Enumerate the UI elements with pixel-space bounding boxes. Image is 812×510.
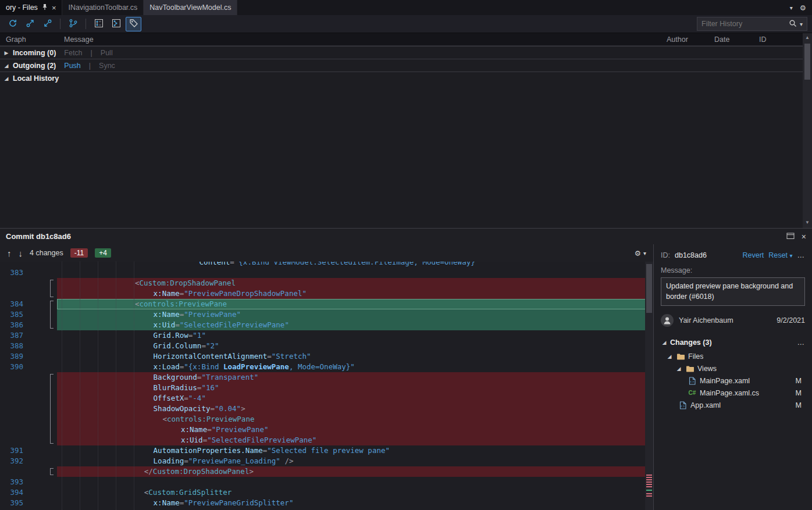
diff-line-content: x:Uid="SelectedFilePreviewPane" bbox=[57, 435, 653, 445]
column-header-message[interactable]: Message bbox=[64, 35, 667, 44]
collapsed-icon[interactable]: ▶ bbox=[3, 50, 10, 56]
diff-line[interactable]: Background="Transparent" bbox=[0, 372, 653, 383]
expanded-icon[interactable]: ◢ bbox=[661, 340, 668, 345]
diff-line[interactable]: 386x:Uid="SelectedFilePreviewPane" bbox=[0, 320, 653, 330]
diff-line[interactable]: </Custom:DropShadowPanel> bbox=[0, 466, 653, 477]
go-to-last-commit-button[interactable] bbox=[40, 17, 55, 31]
previous-change-icon[interactable]: ↑ bbox=[7, 248, 12, 258]
diff-line-content: <controls:PreviewPane bbox=[57, 299, 653, 309]
expanded-icon[interactable]: ◢ bbox=[675, 366, 682, 372]
diff-line[interactable]: OffsetX="-4" bbox=[0, 393, 653, 404]
history-scrollbar[interactable]: ▲ ▼ bbox=[803, 33, 812, 228]
overview-mark bbox=[646, 475, 652, 476]
branch-button[interactable] bbox=[65, 17, 81, 31]
diff-line[interactable]: x:Uid="SelectedFilePreviewPane" bbox=[0, 435, 653, 445]
diff-line[interactable]: 394<Custom:GridSplitter bbox=[0, 487, 653, 498]
search-icon[interactable] bbox=[789, 19, 797, 29]
column-header-author[interactable]: Author bbox=[667, 35, 714, 44]
scrollbar-thumb[interactable] bbox=[804, 44, 810, 80]
diff-settings-gear-icon[interactable]: ⚙ bbox=[635, 249, 641, 258]
change-bracket bbox=[50, 301, 54, 309]
section-action-fetch[interactable]: Fetch bbox=[64, 49, 82, 57]
diff-line-content: x:Load="{x:Bind LoadPreviewPane, Mode=On… bbox=[57, 362, 653, 372]
history-section-row[interactable]: ◢Outgoing (2)Push|Sync bbox=[0, 59, 803, 72]
diff-gutter-number: 384 bbox=[0, 299, 33, 309]
diff-editor[interactable]: Content="{x:Bind ViewModel.SelectedItem.… bbox=[0, 262, 653, 510]
diff-line[interactable]: <Custom:DropShadowPanel bbox=[0, 278, 653, 288]
commit-message-box[interactable]: Updated preview pane background and bord… bbox=[661, 277, 805, 306]
show-tags-toggle[interactable] bbox=[126, 17, 141, 31]
column-header-date[interactable]: Date bbox=[714, 35, 759, 44]
section-action-pull[interactable]: Pull bbox=[101, 49, 113, 57]
diff-line[interactable]: 390x:Load="{x:Bind LoadPreviewPane, Mode… bbox=[0, 362, 653, 372]
diff-line[interactable]: 391AutomationProperties.Name="Selected f… bbox=[0, 445, 653, 456]
diff-line[interactable]: 392Loading="PreviewPane_Loading" /> bbox=[0, 456, 653, 466]
diff-line[interactable]: 395x:Name="PreviewPaneGridSplitter" bbox=[0, 498, 653, 508]
pin-icon[interactable] bbox=[42, 3, 48, 12]
change-bracket bbox=[50, 404, 54, 414]
tab-list-caret-icon[interactable]: ▾ bbox=[790, 5, 793, 11]
file-name: App.xaml bbox=[690, 401, 721, 409]
tree-item-views[interactable]: ◢Views bbox=[661, 362, 805, 375]
next-change-icon[interactable]: ↓ bbox=[19, 248, 23, 258]
change-bracket bbox=[50, 425, 54, 435]
tree-item-app-xaml[interactable]: App.xamlM bbox=[661, 399, 805, 411]
tab-inavigationtoolbar[interactable]: INavigationToolbar.cs bbox=[62, 0, 144, 15]
tab-navtoolbarviewmodel[interactable]: NavToolbarViewModel.cs bbox=[144, 0, 237, 15]
section-action-push[interactable]: Push bbox=[64, 62, 81, 70]
diff-line[interactable]: 388Grid.Column="2" bbox=[0, 341, 653, 351]
close-panel-icon[interactable]: × bbox=[802, 232, 806, 241]
diff-line-content: Content="{x:Bind ViewModel.SelectedItem.… bbox=[57, 262, 653, 268]
diff-line[interactable]: <controls:PreviewPane bbox=[0, 414, 653, 425]
diff-line[interactable]: ShadowOpacity="0.04"> bbox=[0, 404, 653, 414]
section-action-sync[interactable]: Sync bbox=[99, 62, 115, 70]
diff-line[interactable]: x:Name="PreviewPane" bbox=[0, 425, 653, 435]
diff-gutter-number: 387 bbox=[0, 330, 33, 341]
go-to-first-commit-button[interactable] bbox=[22, 17, 38, 31]
search-options-caret-icon[interactable]: ▾ bbox=[800, 21, 803, 27]
diff-line[interactable]: Content="{x:Bind ViewModel.SelectedItem.… bbox=[0, 262, 653, 268]
diff-line[interactable]: BlurRadius="16" bbox=[0, 383, 653, 393]
diff-gutter-number: 392 bbox=[0, 456, 33, 466]
diff-line[interactable]: x:Name="PreviewPaneDropShadowPanel" bbox=[0, 288, 653, 299]
window-gear-icon[interactable]: ⚙ bbox=[800, 3, 806, 12]
dock-pane-icon[interactable] bbox=[786, 232, 795, 241]
reset-caret-icon[interactable]: ▾ bbox=[789, 252, 792, 259]
scroll-down-icon[interactable]: ▼ bbox=[805, 218, 810, 227]
filter-history-input[interactable] bbox=[701, 20, 786, 28]
diff-line[interactable]: 387Grid.Row="1" bbox=[0, 330, 653, 341]
scroll-up-icon[interactable]: ▲ bbox=[805, 33, 810, 42]
diff-scrollbar[interactable] bbox=[645, 262, 653, 510]
tree-item-mainpage-xaml[interactable]: MainPage.xamlM bbox=[661, 375, 805, 387]
tree-item-mainpage-xaml-cs[interactable]: C#MainPage.xaml.csM bbox=[661, 387, 805, 399]
diff-settings-caret-icon[interactable]: ▾ bbox=[643, 250, 646, 256]
column-header-graph[interactable]: Graph bbox=[0, 35, 64, 44]
refresh-button[interactable] bbox=[5, 17, 20, 31]
tree-item-files[interactable]: ◢Files bbox=[661, 350, 805, 362]
outgoing-commit-icon bbox=[26, 19, 35, 30]
expanded-icon[interactable]: ◢ bbox=[3, 76, 10, 81]
diff-line[interactable]: 383 bbox=[0, 268, 653, 278]
graph-detail-toggle[interactable] bbox=[108, 17, 124, 31]
revert-link[interactable]: Revert bbox=[743, 251, 764, 259]
diff-line[interactable]: 385x:Name="PreviewPane" bbox=[0, 309, 653, 320]
diff-line[interactable]: 384<controls:PreviewPane bbox=[0, 299, 653, 309]
history-section-row[interactable]: ◢Local History bbox=[0, 72, 803, 84]
diff-line[interactable]: 393 bbox=[0, 477, 653, 487]
more-actions-icon[interactable]: … bbox=[797, 251, 806, 259]
close-icon[interactable]: × bbox=[52, 3, 56, 12]
deletions-badge: -11 bbox=[70, 248, 88, 258]
tab-history-files[interactable]: ory - Files × bbox=[0, 0, 62, 15]
file-status: M bbox=[796, 401, 805, 409]
expanded-icon[interactable]: ◢ bbox=[666, 354, 673, 359]
history-section-row[interactable]: ▶Incoming (0)Fetch|Pull bbox=[0, 46, 803, 59]
change-bracket bbox=[50, 320, 54, 329]
changes-count: 4 changes bbox=[30, 249, 63, 257]
changes-more-icon[interactable]: … bbox=[797, 338, 806, 347]
diff-line[interactable]: 389HorizontalContentAlignment="Stretch" bbox=[0, 351, 653, 362]
diff-scrollbar-thumb[interactable] bbox=[646, 264, 652, 313]
expanded-icon[interactable]: ◢ bbox=[3, 63, 10, 69]
reset-link[interactable]: Reset ▾ bbox=[768, 251, 792, 259]
graph-view-toggle[interactable] bbox=[91, 17, 106, 31]
column-header-id[interactable]: ID bbox=[759, 35, 803, 44]
